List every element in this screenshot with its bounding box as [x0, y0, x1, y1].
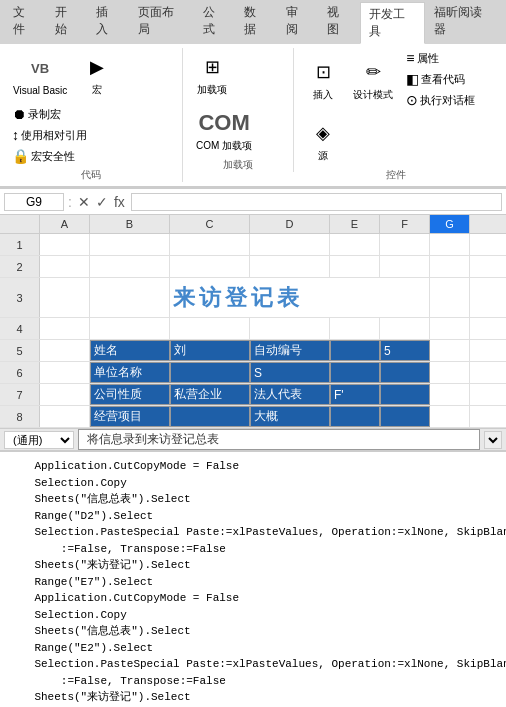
cell-b2[interactable]: [90, 256, 170, 277]
cell-a3[interactable]: [40, 278, 90, 317]
tab-developer[interactable]: 开发工具: [360, 2, 425, 44]
cell-g8[interactable]: [430, 406, 470, 427]
cell-d5[interactable]: 自动编号: [250, 340, 330, 361]
cell-g6[interactable]: [430, 362, 470, 383]
cancel-formula-icon[interactable]: ✕: [76, 194, 92, 210]
cell-f5[interactable]: 5: [380, 340, 430, 361]
tab-review[interactable]: 审阅: [277, 0, 319, 44]
ribbon-group-controls: ⊡ 插入 ✏ 设计模式 ≡ 属性 ◧ 查看代码: [302, 48, 498, 182]
cell-a4[interactable]: [40, 318, 90, 339]
col-header-f[interactable]: F: [380, 215, 430, 233]
cell-a5[interactable]: [40, 340, 90, 361]
cell-e7[interactable]: F': [330, 384, 380, 405]
vba-line: Sheets("信息总表").Select: [8, 491, 498, 508]
cell-c8[interactable]: [170, 406, 250, 427]
cell-g5[interactable]: [430, 340, 470, 361]
row-header: 5: [0, 340, 40, 361]
cell-c5[interactable]: 刘: [170, 340, 250, 361]
cell-b1[interactable]: [90, 234, 170, 255]
sheet-dropdown-2[interactable]: [484, 431, 502, 449]
col-header-g[interactable]: G: [430, 215, 470, 233]
dialog-button[interactable]: ⊙ 执行对话框: [402, 90, 479, 110]
cell-c7[interactable]: 私营企业: [170, 384, 250, 405]
cell-b5[interactable]: 姓名: [90, 340, 170, 361]
col-header-a[interactable]: A: [40, 215, 90, 233]
controls-group-label: 控件: [386, 166, 406, 182]
cell-g3[interactable]: [430, 278, 470, 317]
design-mode-button[interactable]: ✏ 设计模式: [348, 53, 398, 105]
cell-e8[interactable]: [330, 406, 380, 427]
cell-g7[interactable]: [430, 384, 470, 405]
vba-line: Range("E7").Select: [8, 574, 498, 591]
cell-a7[interactable]: [40, 384, 90, 405]
cell-d4[interactable]: [250, 318, 330, 339]
col-header-e[interactable]: E: [330, 215, 380, 233]
addin-button[interactable]: ⊞ 加载项: [191, 48, 233, 100]
relative-ref-button[interactable]: ↕ 使用相对引用: [8, 125, 91, 145]
insert-control-button[interactable]: ⊡ 插入: [302, 53, 344, 105]
macro-button[interactable]: ▶ 宏: [76, 48, 118, 100]
cell-e6[interactable]: [330, 362, 380, 383]
tab-layout[interactable]: 页面布局: [129, 0, 194, 44]
tab-view[interactable]: 视图: [318, 0, 360, 44]
cell-d7[interactable]: 法人代表: [250, 384, 330, 405]
cell-d1[interactable]: [250, 234, 330, 255]
cell-g2[interactable]: [430, 256, 470, 277]
cell-c4[interactable]: [170, 318, 250, 339]
tab-foxit[interactable]: 福昕阅读器: [425, 0, 502, 44]
status-bar: (通用) 将信息录到来访登记总表: [0, 429, 506, 451]
tab-data[interactable]: 数据: [235, 0, 277, 44]
col-header-b[interactable]: B: [90, 215, 170, 233]
cell-g1[interactable]: [430, 234, 470, 255]
col-header-d[interactable]: D: [250, 215, 330, 233]
cell-f6[interactable]: [380, 362, 430, 383]
com-addin-button[interactable]: COM COM 加载项: [191, 104, 257, 156]
cell-g4[interactable]: [430, 318, 470, 339]
col-header-c[interactable]: C: [170, 215, 250, 233]
vba-editor[interactable]: Application.CutCopyMode = False Selectio…: [0, 451, 506, 707]
cell-e5[interactable]: [330, 340, 380, 361]
cell-reference-input[interactable]: [4, 193, 64, 211]
cell-a8[interactable]: [40, 406, 90, 427]
cell-c6[interactable]: [170, 362, 250, 383]
properties-button[interactable]: ≡ 属性: [402, 48, 479, 68]
tab-insert[interactable]: 插入: [87, 0, 129, 44]
cell-b8[interactable]: 经营项目: [90, 406, 170, 427]
cell-f7[interactable]: [380, 384, 430, 405]
cell-d6[interactable]: S: [250, 362, 330, 383]
fx-icon[interactable]: fx: [112, 194, 127, 210]
cell-d8[interactable]: 大概: [250, 406, 330, 427]
record-macro-button[interactable]: ⏺ 录制宏: [8, 104, 91, 124]
source-button[interactable]: ◈ 源: [302, 114, 344, 166]
cell-b6[interactable]: 单位名称: [90, 362, 170, 383]
table-row: 1: [0, 234, 506, 256]
sheet-dropdown[interactable]: (通用): [4, 431, 74, 449]
visual-basic-button[interactable]: VB Visual Basic: [8, 50, 72, 99]
formula-input[interactable]: [131, 193, 502, 211]
cell-e4[interactable]: [330, 318, 380, 339]
cell-f1[interactable]: [380, 234, 430, 255]
cell-f2[interactable]: [380, 256, 430, 277]
cell-b4[interactable]: [90, 318, 170, 339]
cell-d2[interactable]: [250, 256, 330, 277]
cell-c2[interactable]: [170, 256, 250, 277]
cell-e1[interactable]: [330, 234, 380, 255]
addin-group-label: 加载项: [223, 156, 253, 172]
view-code-button[interactable]: ◧ 查看代码: [402, 69, 479, 89]
cell-a2[interactable]: [40, 256, 90, 277]
tab-formula[interactable]: 公式: [194, 0, 236, 44]
cell-e2[interactable]: [330, 256, 380, 277]
cell-c1[interactable]: [170, 234, 250, 255]
tab-start[interactable]: 开始: [46, 0, 88, 44]
cell-c3[interactable]: 来访登记表: [170, 278, 430, 317]
cell-b7[interactable]: 公司性质: [90, 384, 170, 405]
cell-a1[interactable]: [40, 234, 90, 255]
cell-f8[interactable]: [380, 406, 430, 427]
macro-icon: ▶: [81, 51, 113, 83]
macro-security-button[interactable]: 🔒 宏安全性: [8, 146, 91, 166]
confirm-formula-icon[interactable]: ✓: [94, 194, 110, 210]
cell-f4[interactable]: [380, 318, 430, 339]
cell-a6[interactable]: [40, 362, 90, 383]
tab-file[interactable]: 文件: [4, 0, 46, 44]
cell-b3[interactable]: [90, 278, 170, 317]
